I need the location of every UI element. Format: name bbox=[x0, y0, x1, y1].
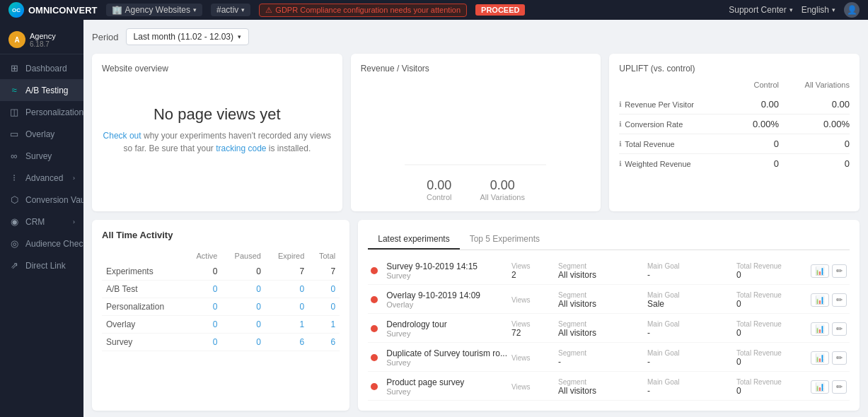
ab-testing-icon: ≈ bbox=[8, 85, 20, 95]
exp-edit-button[interactable]: ✏ bbox=[832, 293, 847, 307]
language-selector[interactable]: English ▾ bbox=[802, 5, 835, 15]
sidebar-item-crm[interactable]: ◉ CRM › bbox=[0, 211, 83, 233]
views-label: Views bbox=[511, 383, 554, 391]
overlay-active-link[interactable]: 0 bbox=[213, 319, 218, 329]
agency-chevron-icon: ▾ bbox=[193, 6, 197, 13]
sidebar-item-conversion-vault[interactable]: ⬡ Conversion Vault bbox=[0, 189, 83, 211]
exp-status-dot bbox=[371, 383, 378, 390]
sidebar-item-overlay[interactable]: ▭ Overlay bbox=[0, 123, 83, 145]
survey-paused-link[interactable]: 0 bbox=[256, 337, 261, 347]
sidebar-agency: A Agency 6.18.7 bbox=[0, 25, 83, 54]
advanced-chevron-icon: › bbox=[73, 175, 75, 182]
exp-type: Survey bbox=[386, 387, 507, 396]
exp-chart-button[interactable]: 📊 bbox=[811, 293, 829, 307]
exp-goal: Main Goal - bbox=[647, 262, 732, 280]
col-paused: Paused bbox=[221, 249, 265, 263]
experiment-item: Overlay 9-10-2019 14:09 Overlay Views Se… bbox=[368, 286, 850, 314]
user-menu-button[interactable]: 👤 bbox=[844, 2, 860, 18]
tab-latest-experiments[interactable]: Latest experiments bbox=[368, 230, 459, 249]
period-selector[interactable]: Last month (11.02 - 12.03) ▾ bbox=[126, 28, 249, 45]
exp-segment: Segment All visitors bbox=[558, 378, 643, 396]
support-chevron-icon: ▾ bbox=[789, 6, 793, 13]
pers-expired-link[interactable]: 0 bbox=[300, 302, 305, 312]
segment-value: All visitors bbox=[558, 386, 643, 396]
experiments-list: Survey 9-10-2019 14:15 Survey Views 2 Se… bbox=[368, 257, 850, 401]
tracking-code-link[interactable]: tracking code bbox=[216, 143, 266, 153]
exp-edit-button[interactable]: ✏ bbox=[832, 264, 847, 278]
exp-type: Survey bbox=[386, 358, 507, 367]
uplift-cr-all: 0.00% bbox=[779, 119, 850, 129]
language-label: English bbox=[802, 5, 829, 15]
exp-chart-button[interactable]: 📊 bbox=[811, 322, 829, 336]
sidebar-item-direct-link[interactable]: ⇗ Direct Link bbox=[0, 254, 83, 276]
uplift-control-header: Control bbox=[722, 81, 779, 89]
info-icon: ℹ bbox=[619, 100, 622, 108]
revenue-all-variations-value: 0.00 bbox=[480, 178, 525, 193]
agency-selector[interactable]: 🏢 Agency Websites ▾ bbox=[106, 4, 203, 16]
tab-top5-experiments[interactable]: Top 5 Experiments bbox=[460, 230, 550, 249]
exp-chart-button[interactable]: 📊 bbox=[811, 264, 829, 278]
col-active: Active bbox=[185, 249, 221, 263]
segment-label: Segment bbox=[558, 349, 643, 357]
table-row: Survey 0 0 6 6 bbox=[102, 334, 340, 351]
survey-expired-link[interactable]: 6 bbox=[300, 337, 305, 347]
revenue-control-label: Control bbox=[427, 193, 451, 201]
exp-chart-button[interactable]: 📊 bbox=[811, 380, 829, 394]
exp-edit-button[interactable]: ✏ bbox=[832, 351, 847, 365]
ab-active-link[interactable]: 0 bbox=[213, 284, 218, 294]
exp-views: Views bbox=[511, 354, 554, 362]
hashtag-selector[interactable]: #activ ▾ bbox=[211, 4, 250, 16]
advanced-inner: ⁝ Advanced bbox=[8, 172, 63, 183]
row-label: Survey bbox=[102, 334, 185, 351]
exp-edit-button[interactable]: ✏ bbox=[832, 322, 847, 336]
dashboard-icon: ⊞ bbox=[8, 63, 20, 74]
views-label: Views bbox=[511, 320, 554, 328]
pers-paused-link[interactable]: 0 bbox=[256, 302, 261, 312]
sidebar-item-audience-check[interactable]: ◎ Audience Check bbox=[0, 233, 83, 254]
exp-edit-button[interactable]: ✏ bbox=[832, 380, 847, 394]
survey-total-link[interactable]: 6 bbox=[331, 337, 336, 347]
sidebar-item-personalization[interactable]: ◫ Personalization bbox=[0, 101, 83, 123]
pers-total-link[interactable]: 0 bbox=[331, 302, 336, 312]
views-label: Views bbox=[511, 296, 554, 304]
segment-value: All visitors bbox=[558, 328, 643, 338]
overlay-paused-link[interactable]: 0 bbox=[256, 319, 261, 329]
info-icon: ℹ bbox=[619, 160, 622, 168]
row-label: Overlay bbox=[102, 316, 185, 334]
revenue-all-variations-label: All Variations bbox=[480, 193, 525, 201]
crm-chevron-icon: › bbox=[73, 218, 75, 225]
goal-label: Main Goal bbox=[647, 378, 732, 386]
ab-expired-link[interactable]: 0 bbox=[300, 284, 305, 294]
overlay-expired-link[interactable]: 1 bbox=[300, 319, 305, 329]
table-row: Experiments 0 0 7 7 bbox=[102, 263, 340, 281]
ab-paused-link[interactable]: 0 bbox=[256, 284, 261, 294]
survey-active-link[interactable]: 0 bbox=[213, 337, 218, 347]
ab-total-link[interactable]: 0 bbox=[331, 284, 336, 294]
user-icon: 👤 bbox=[847, 5, 857, 15]
sidebar-item-ab-testing[interactable]: ≈ A/B Testing bbox=[0, 79, 83, 101]
sidebar-item-survey[interactable]: ∞ Survey bbox=[0, 145, 83, 167]
exp-views: Views 2 bbox=[511, 262, 554, 280]
support-center-button[interactable]: Support Center ▾ bbox=[729, 5, 792, 15]
activity-tbody: Experiments 0 0 7 7 A/B Test 0 0 0 0 bbox=[102, 263, 340, 351]
exp-actions: 📊 ✏ bbox=[818, 322, 847, 336]
no-data-text2: is installed. bbox=[269, 143, 311, 153]
uplift-metric-rpv: ℹ Revenue Per Visitor bbox=[619, 100, 722, 109]
sidebar-item-advanced[interactable]: ⁝ Advanced › bbox=[0, 167, 83, 189]
pers-active-link[interactable]: 0 bbox=[213, 302, 218, 312]
uplift-row-total-revenue: ℹ Total Revenue 0 0 bbox=[619, 134, 850, 154]
goal-value: - bbox=[647, 357, 732, 367]
gdpr-text: GDPR Compliance configuration needs your… bbox=[275, 6, 461, 14]
overlay-total-link[interactable]: 1 bbox=[331, 319, 336, 329]
row-active: 0 bbox=[185, 263, 221, 281]
checkout-link[interactable]: Check out bbox=[103, 131, 141, 141]
exp-chart-button[interactable]: 📊 bbox=[811, 351, 829, 365]
sidebar-item-dashboard[interactable]: ⊞ Dashboard bbox=[0, 57, 83, 79]
hashtag-label: #activ bbox=[216, 5, 238, 15]
exp-views: Views bbox=[511, 296, 554, 304]
proceed-button[interactable]: PROCEED bbox=[475, 4, 525, 16]
col-total: Total bbox=[308, 249, 340, 263]
exp-segment: Segment All visitors bbox=[558, 320, 643, 338]
main-layout: A Agency 6.18.7 ⊞ Dashboard ≈ A/B Testin… bbox=[0, 20, 868, 417]
uplift-rpv-all: 0.00 bbox=[779, 99, 850, 110]
